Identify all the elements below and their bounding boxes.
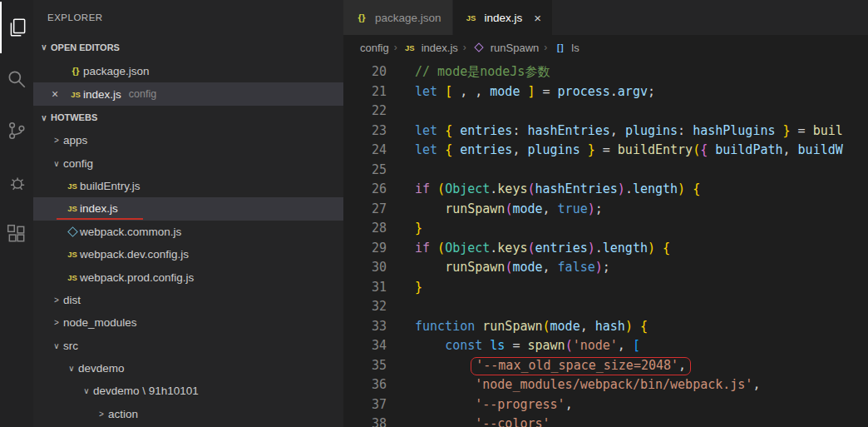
tree-item-devdemo-91h10101[interactable]: ∨devdemo \ 91h10101 — [33, 380, 343, 402]
line-number[interactable]: 33 — [343, 317, 387, 337]
line-number[interactable]: 25 — [343, 161, 387, 181]
tree-item-config[interactable]: ∨config — [33, 151, 343, 174]
code-text: // mode是nodeJs参数 — [415, 64, 550, 79]
code-line[interactable]: 32 — [343, 297, 868, 317]
line-number[interactable]: 35 — [343, 356, 387, 376]
code-token: ( — [565, 338, 573, 353]
open-editors-header[interactable]: ∨ OPEN EDITORS — [33, 35, 343, 59]
code-token — [452, 142, 460, 157]
source-control-icon[interactable] — [0, 105, 33, 156]
chevron-down-icon: ∨ — [37, 42, 51, 52]
code-line[interactable]: 31} — [343, 278, 868, 298]
tree-item-buildentry-js[interactable]: JSbuildEntry.js — [33, 175, 343, 197]
code-line[interactable]: 22 — [343, 102, 868, 122]
code-line[interactable]: 34 const ls = spawn('node', [ — [343, 336, 868, 356]
tree-item-webpack-dev-config-js[interactable]: JSwebpack.dev.config.js — [33, 243, 343, 266]
code-text: const ls = spawn('node', [ — [415, 338, 640, 353]
tree-item-label: dist — [63, 294, 81, 306]
line-number[interactable]: 34 — [343, 336, 387, 356]
code-line[interactable]: 35 '--max_old_space_size=2048', — [343, 356, 868, 376]
code-line[interactable]: 37 '--progress', — [343, 395, 868, 415]
line-number[interactable]: 37 — [343, 395, 387, 415]
tab-label: index.js — [485, 12, 523, 24]
open-editor-index-js[interactable]: ×JSindex.jsconfig — [33, 82, 343, 106]
line-number[interactable]: 23 — [343, 122, 387, 142]
code-line[interactable]: 30 runSpawn(mode, false); — [343, 258, 868, 278]
tab-package-json[interactable]: {}package.json — [343, 0, 453, 35]
tree-item-label: src — [63, 340, 78, 352]
tree-item-devdemo[interactable]: ∨devdemo — [33, 357, 343, 380]
code-token: runSpawn — [482, 319, 542, 334]
code-line[interactable]: 23let { entries: hashEntries, plugins: h… — [343, 122, 868, 142]
code-token: '--colors' — [475, 416, 550, 427]
code-token: { — [700, 142, 708, 157]
code-token: runSpawn — [445, 260, 505, 275]
line-number[interactable]: 32 — [343, 297, 387, 317]
code-line[interactable]: 38 '--colors' — [343, 415, 868, 427]
code-token: ; — [648, 84, 655, 99]
tree-item-dist[interactable]: >dist — [33, 289, 343, 311]
search-icon[interactable] — [0, 53, 33, 105]
tree-item-webpack-common-js[interactable]: webpack.common.js — [33, 221, 343, 243]
line-number[interactable]: 21 — [343, 82, 387, 102]
line-number[interactable]: 22 — [343, 102, 387, 122]
line-number[interactable]: 20 — [343, 62, 387, 82]
line-number[interactable]: 26 — [343, 180, 387, 200]
close-icon[interactable]: × — [534, 11, 541, 25]
code-line[interactable]: 20// mode是nodeJs参数 — [343, 62, 868, 82]
close-icon[interactable]: × — [52, 87, 68, 101]
line-number[interactable]: 31 — [343, 278, 387, 298]
code-line[interactable]: 25 — [343, 161, 868, 181]
code-text: } — [415, 280, 422, 295]
explorer-icon[interactable] — [0, 2, 33, 53]
code-token: , — [543, 260, 558, 275]
code-token: . — [610, 84, 618, 99]
line-number[interactable]: 30 — [343, 258, 387, 278]
code-line[interactable]: 21let [ , , mode ] = process.argv; — [343, 82, 868, 102]
breadcrumb-item-runspawn[interactable]: runSpawn — [471, 42, 540, 54]
tree-item-node-modules[interactable]: >node_modules — [33, 311, 343, 334]
chevron-down-icon: ∨ — [65, 364, 78, 373]
code-token: if — [415, 241, 430, 256]
code-line[interactable]: 27 runSpawn(mode, true); — [343, 200, 868, 220]
code-token: '--max_old_space_size=2048' — [476, 358, 678, 373]
code-token — [482, 338, 490, 353]
extensions-icon[interactable] — [0, 208, 33, 260]
code-line[interactable]: 33function runSpawn(mode, hash) { — [343, 317, 868, 337]
line-number[interactable]: 24 — [343, 141, 387, 161]
code-line[interactable]: 26if (Object.keys(hashEntries).length) { — [343, 180, 868, 200]
code-text: runSpawn(mode, false); — [415, 260, 610, 275]
code-line[interactable]: 36 'node_modules/webpack/bin/webpack.js'… — [343, 375, 868, 395]
code-line[interactable]: 29if (Object.keys(entries).length) { — [343, 239, 868, 259]
hotwebs-header[interactable]: ∨ HOTWEBS — [33, 106, 343, 129]
line-number[interactable]: 38 — [343, 415, 387, 427]
code-token: ( — [437, 241, 445, 256]
tree-item-apps[interactable]: >apps — [33, 129, 343, 151]
tree-item-action[interactable]: >action — [33, 403, 343, 425]
line-number[interactable]: 27 — [343, 200, 387, 220]
code-line[interactable]: 24let { entries, plugins } = buildEntry(… — [343, 141, 868, 161]
js-file-icon: JS — [464, 13, 479, 22]
code-token: , — [752, 377, 760, 392]
activity-bar — [0, 0, 33, 427]
chevron-down-icon: ∨ — [80, 386, 93, 395]
line-number[interactable]: 28 — [343, 219, 387, 239]
tree-item-index-js[interactable]: JSindex.js — [33, 197, 343, 220]
tree-item-label: webpack.prod.config.js — [80, 271, 194, 284]
line-number[interactable]: 36 — [343, 375, 387, 395]
open-editor-package-json[interactable]: {}package.json — [33, 59, 343, 82]
tab-index-js[interactable]: JSindex.js× — [453, 0, 554, 35]
tree-item-label: webpack.common.js — [80, 226, 181, 238]
code-token — [776, 123, 783, 138]
breadcrumb-item-ls[interactable]: [ ]ls — [552, 42, 579, 54]
tree-item-src[interactable]: ∨src — [33, 335, 343, 357]
run-and-debug-icon[interactable] — [0, 156, 33, 208]
line-number[interactable]: 29 — [343, 239, 387, 259]
breadcrumb-item-index-js[interactable]: JSindex.js — [402, 42, 458, 54]
breadcrumb-separator-icon: › — [394, 42, 397, 53]
tree-item-webpack-prod-config-js[interactable]: JSwebpack.prod.config.js — [33, 266, 343, 288]
chevron-down-icon: ∨ — [50, 341, 63, 350]
code-area[interactable]: 20// mode是nodeJs参数21let [ , , mode ] = p… — [343, 60, 868, 427]
breadcrumb-item-config[interactable]: config — [360, 42, 389, 54]
code-line[interactable]: 28} — [343, 219, 868, 239]
